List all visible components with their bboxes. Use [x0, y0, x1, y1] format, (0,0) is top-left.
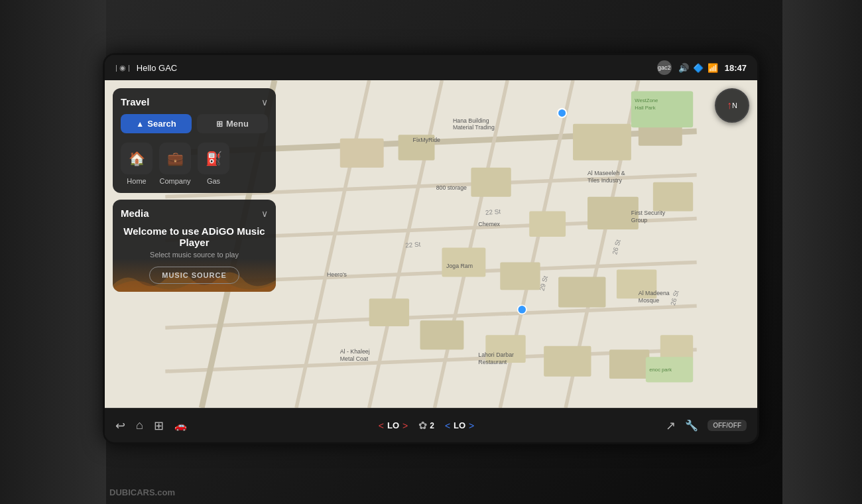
svg-point-18 — [558, 109, 566, 117]
svg-text:Joga Ram: Joga Ram — [446, 263, 473, 269]
status-indicator: | ◉ | — [115, 64, 130, 72]
svg-text:WestZone: WestZone — [635, 97, 658, 103]
route-icon[interactable]: ↗ — [666, 418, 676, 433]
svg-text:FixMyRide: FixMyRide — [413, 137, 441, 143]
travel-card-title: Travel — [121, 96, 149, 107]
climate-control-right: < LO > — [445, 420, 474, 431]
nav-home[interactable]: 🏠 Home — [121, 143, 153, 185]
main-content: 22 St 22 St 26 St 26 St 29 St — [105, 80, 757, 408]
svg-rect-22 — [573, 124, 631, 160]
svg-rect-37 — [660, 335, 693, 360]
travel-card-header: Travel ∨ — [121, 96, 268, 107]
svg-rect-35 — [544, 346, 591, 377]
svg-rect-20 — [340, 139, 384, 168]
climate-right-value: LO — [453, 420, 466, 430]
svg-text:Metal Coat: Metal Coat — [340, 355, 369, 362]
climate-control-left: < LO > — [379, 420, 408, 431]
time-display: 18:47 — [725, 63, 747, 73]
svg-text:First Security: First Security — [631, 210, 666, 216]
media-chevron-icon[interactable]: ∨ — [261, 208, 268, 219]
bluetooth-icon: 🔷 — [693, 63, 704, 73]
status-left: | ◉ | Hello GAC — [115, 63, 177, 73]
svg-rect-29 — [500, 262, 540, 290]
search-tab[interactable]: ▲ Search — [121, 114, 192, 133]
search-tab-label: Search — [147, 119, 176, 129]
apps-icon[interactable]: ⊞ — [154, 418, 164, 433]
menu-tab-icon: ⊞ — [216, 119, 223, 129]
svg-point-19 — [518, 305, 526, 314]
user-avatar: gac2 — [657, 60, 672, 75]
bottom-right-icons: ↗ 🔧 OFF/OFF — [666, 418, 747, 433]
nav-quick-icons: 🏠 Home 💼 Company ⛽ Gas — [121, 143, 268, 185]
svg-text:22 St: 22 St — [405, 240, 421, 249]
volume-icon: 🔊 — [678, 63, 689, 73]
nav-company[interactable]: 💼 Company — [159, 143, 191, 185]
overlay-panel: Travel ∨ ▲ Search ⊞ Menu — [105, 80, 284, 408]
travel-card: Travel ∨ ▲ Search ⊞ Menu — [113, 88, 276, 193]
username-label: gac2 — [658, 64, 671, 71]
compass: ↑N — [715, 88, 749, 123]
infotainment-screen: | ◉ | Hello GAC gac2 🔊 🔷 📶 18:47 — [103, 53, 759, 444]
media-content: Welcome to use ADiGO Music Player Select… — [121, 225, 268, 284]
status-icons: 🔊 🔷 📶 — [678, 63, 718, 73]
svg-text:800 storage: 800 storage — [436, 184, 467, 191]
svg-text:Mosque: Mosque — [639, 297, 659, 304]
search-tab-icon: ▲ — [136, 119, 144, 129]
svg-text:Al Maseeleh &: Al Maseeleh & — [587, 170, 625, 176]
nav-gas-label: Gas — [207, 177, 220, 185]
svg-text:Hana Building: Hana Building — [453, 117, 489, 124]
watermark: DUBICARS.com — [109, 487, 175, 497]
climate-left-decrease[interactable]: < — [379, 420, 384, 431]
car-icon[interactable]: 🚗 — [174, 420, 187, 432]
climate-left-value: LO — [387, 420, 400, 430]
climate-right-decrease[interactable]: < — [445, 420, 450, 431]
menu-tab[interactable]: ⊞ Menu — [197, 114, 268, 133]
music-source-button[interactable]: MUSIC SOURCE — [149, 267, 239, 284]
nav-company-label: Company — [159, 177, 190, 185]
menu-tab-label: Menu — [226, 119, 249, 129]
status-bar: | ◉ | Hello GAC gac2 🔊 🔷 📶 18:47 — [105, 55, 757, 80]
svg-text:Heero's: Heero's — [327, 271, 347, 278]
bottom-left-icons: ↩ ⌂ ⊞ 🚗 — [115, 418, 187, 433]
nav-gas[interactable]: ⛽ Gas — [198, 143, 229, 185]
fan-count: 2 — [430, 421, 434, 430]
status-right: gac2 🔊 🔷 📶 18:47 — [657, 60, 747, 75]
climate-right-increase[interactable]: > — [469, 420, 474, 431]
back-icon[interactable]: ↩ — [115, 418, 125, 433]
svg-text:Hall Park: Hall Park — [635, 105, 655, 111]
svg-text:Al Madeena: Al Madeena — [639, 290, 670, 296]
media-card: Media ∨ Welcome to use ADiGO Music Playe… — [113, 200, 276, 292]
nav-home-icon-circle: 🏠 — [121, 143, 153, 174]
svg-text:Restaurant: Restaurant — [478, 359, 507, 365]
car-settings-icon[interactable]: 🔧 — [685, 419, 698, 432]
svg-text:enoc park: enoc park — [649, 367, 672, 373]
svg-rect-30 — [558, 277, 605, 307]
svg-rect-25 — [529, 212, 566, 237]
media-card-title: Media — [121, 208, 149, 219]
fan-control: ✿ 2 — [418, 419, 434, 432]
off-button[interactable]: OFF/OFF — [708, 420, 747, 431]
svg-text:Lahori Darbar: Lahori Darbar — [478, 351, 514, 358]
svg-text:Al - Khaleej: Al - Khaleej — [340, 348, 370, 355]
bottom-bar: ↩ ⌂ ⊞ 🚗 < LO > ✿ 2 < LO — [105, 408, 757, 442]
media-card-header: Media ∨ — [121, 208, 268, 219]
media-subtitle: Select music source to play — [121, 251, 268, 259]
climate-section: < LO > ✿ 2 < LO > — [379, 419, 474, 432]
fan-icon: ✿ — [418, 419, 427, 432]
home-icon[interactable]: ⌂ — [136, 418, 143, 432]
svg-rect-36 — [609, 349, 649, 379]
greeting-text: Hello GAC — [137, 63, 177, 73]
svg-rect-27 — [653, 182, 693, 212]
svg-text:Chemex: Chemex — [478, 221, 500, 227]
travel-tab-row: ▲ Search ⊞ Menu — [121, 114, 268, 133]
svg-rect-24 — [471, 168, 511, 197]
nav-gas-icon-circle: ⛽ — [198, 143, 229, 174]
car-background: | ◉ | Hello GAC gac2 🔊 🔷 📶 18:47 — [0, 0, 862, 504]
climate-left-increase[interactable]: > — [402, 420, 408, 431]
right-interior-panel — [782, 0, 862, 504]
travel-chevron-icon[interactable]: ∨ — [261, 97, 268, 107]
svg-text:Tiles Industry: Tiles Industry — [587, 177, 622, 184]
svg-rect-32 — [369, 298, 409, 326]
svg-text:22 St: 22 St — [485, 208, 501, 216]
svg-text:Material Trading: Material Trading — [453, 124, 495, 131]
